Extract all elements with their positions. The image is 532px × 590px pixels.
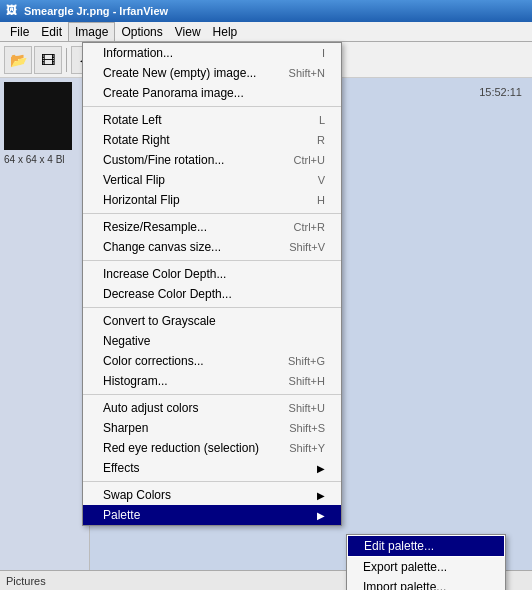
menu-red-eye[interactable]: Red eye reduction (selection) Shift+Y [83, 438, 341, 458]
menu-rotate-left[interactable]: Rotate Left L [83, 110, 341, 130]
menu-image[interactable]: Image [68, 22, 115, 42]
sep-2 [83, 213, 341, 214]
menu-options[interactable]: Options [115, 23, 168, 41]
status-bar: Pictures [0, 570, 532, 590]
menu-effects[interactable]: Effects [83, 458, 341, 478]
menu-grayscale[interactable]: Convert to Grayscale [83, 311, 341, 331]
menu-resize[interactable]: Resize/Resample... Ctrl+R [83, 217, 341, 237]
menu-custom-rotation[interactable]: Custom/Fine rotation... Ctrl+U [83, 150, 341, 170]
menu-histogram[interactable]: Histogram... Shift+H [83, 371, 341, 391]
menu-vertical-flip[interactable]: Vertical Flip V [83, 170, 341, 190]
menu-negative[interactable]: Negative [83, 331, 341, 351]
image-thumbnail [4, 82, 72, 150]
menu-create-new[interactable]: Create New (empty) image... Shift+N [83, 63, 341, 83]
menu-create-panorama[interactable]: Create Panorama image... [83, 83, 341, 103]
status-label: Pictures [6, 575, 46, 587]
menu-edit[interactable]: Edit [35, 23, 68, 41]
sep-1 [83, 106, 341, 107]
menu-bar: File Edit Image Options View Help [0, 22, 532, 42]
menu-color-corrections[interactable]: Color corrections... Shift+G [83, 351, 341, 371]
menu-information[interactable]: Information... I [83, 43, 341, 63]
menu-auto-adjust[interactable]: Auto adjust colors Shift+U [83, 398, 341, 418]
menu-canvas-size[interactable]: Change canvas size... Shift+V [83, 237, 341, 257]
menu-rotate-right[interactable]: Rotate Right R [83, 130, 341, 150]
image-timestamp: 15:52:11 [479, 86, 522, 98]
window-title: Smeargle Jr.png - IrfanView [24, 5, 168, 17]
menu-view[interactable]: View [169, 23, 207, 41]
open-button[interactable]: 📂 [4, 46, 32, 74]
filmstrip-button[interactable]: 🎞 [34, 46, 62, 74]
image-panel: 64 x 64 x 4 Bl [0, 78, 90, 570]
title-bar: 🖼 Smeargle Jr.png - IrfanView [0, 0, 532, 22]
menu-swap-colors[interactable]: Swap Colors [83, 485, 341, 505]
sep-6 [83, 481, 341, 482]
menu-help[interactable]: Help [207, 23, 244, 41]
menu-palette[interactable]: Palette [83, 505, 341, 525]
image-dimensions: 64 x 64 x 4 Bl [4, 154, 85, 165]
sep-4 [83, 307, 341, 308]
image-menu-dropdown[interactable]: Information... I Create New (empty) imag… [82, 42, 342, 526]
app-icon: 🖼 [6, 4, 20, 18]
menu-decrease-color[interactable]: Decrease Color Depth... [83, 284, 341, 304]
sep-5 [83, 394, 341, 395]
menu-file[interactable]: File [4, 23, 35, 41]
menu-sharpen[interactable]: Sharpen Shift+S [83, 418, 341, 438]
toolbar-separator-1 [66, 48, 67, 72]
sep-3 [83, 260, 341, 261]
menu-increase-color[interactable]: Increase Color Depth... [83, 264, 341, 284]
menu-horizontal-flip[interactable]: Horizontal Flip H [83, 190, 341, 210]
